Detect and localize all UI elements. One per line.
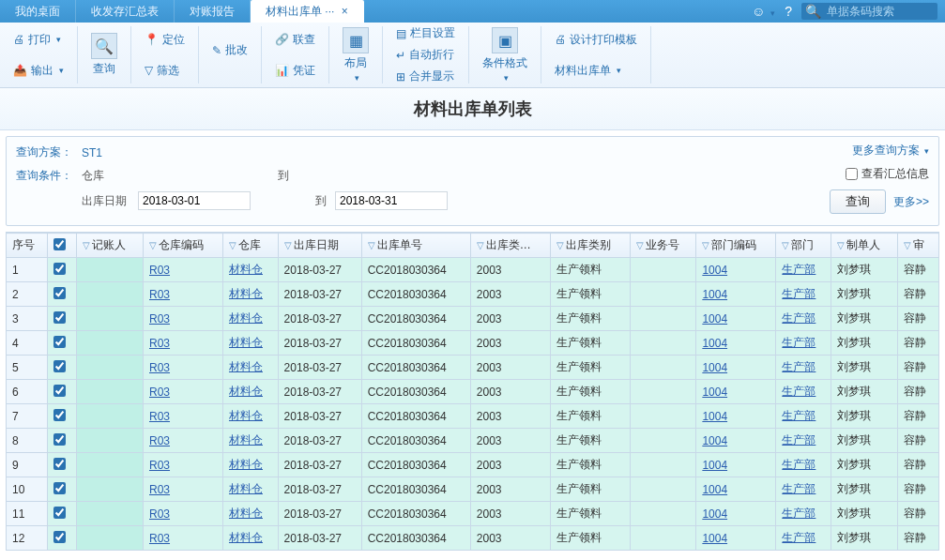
table-row[interactable]: 10R03材料仓2018-03-27CC20180303642003生产领料10…	[7, 477, 939, 502]
filter-icon[interactable]: ▽	[477, 240, 484, 250]
cell-warehouse[interactable]: 材料仓	[222, 526, 278, 551]
col-out-no[interactable]: ▽出库单号	[361, 234, 470, 258]
cell-dept-code[interactable]: 1004	[696, 453, 776, 477]
cell-warehouse[interactable]: 材料仓	[222, 258, 278, 282]
cell-check[interactable]	[48, 477, 77, 502]
tab-material-out[interactable]: 材料出库单 ··· ×	[251, 0, 364, 23]
cell-dept-code[interactable]: 1004	[696, 258, 776, 282]
cell-warehouse[interactable]: 材料仓	[222, 429, 278, 453]
col-last[interactable]: ▽审	[897, 234, 938, 258]
filter-button[interactable]: ▽ 筛选	[141, 61, 189, 81]
cell-check[interactable]	[48, 404, 77, 429]
cell-wh-code[interactable]: R03	[144, 502, 223, 526]
more-link[interactable]: 更多>>	[893, 194, 929, 210]
cell-dept-code[interactable]: 1004	[696, 429, 776, 453]
cell-dept-code[interactable]: 1004	[696, 404, 776, 429]
cell-dept[interactable]: 生产部	[776, 526, 831, 551]
cell-wh-code[interactable]: R03	[144, 258, 223, 282]
filter-icon[interactable]: ▽	[284, 240, 292, 250]
filter-icon[interactable]: ▽	[782, 240, 789, 250]
col-creator[interactable]: ▽制单人	[831, 234, 897, 258]
col-poster[interactable]: ▽记账人	[77, 234, 144, 258]
cell-dept-code[interactable]: 1004	[696, 356, 776, 380]
cell-check[interactable]	[48, 282, 77, 307]
table-row[interactable]: 9R03材料仓2018-03-27CC20180303642003生产领料100…	[7, 453, 939, 477]
tab-reconcile[interactable]: 对账报告	[175, 0, 251, 23]
cell-wh-code[interactable]: R03	[144, 356, 223, 380]
cell-warehouse[interactable]: 材料仓	[222, 404, 278, 429]
cell-warehouse[interactable]: 材料仓	[222, 356, 278, 380]
show-summary-checkbox[interactable]: 查看汇总信息	[846, 166, 929, 182]
col-out-kind[interactable]: ▽出库类别	[550, 234, 630, 258]
cell-dept[interactable]: 生产部	[776, 380, 831, 404]
table-row[interactable]: 4R03材料仓2018-03-27CC20180303642003生产领料100…	[7, 331, 939, 356]
col-out-date[interactable]: ▽出库日期	[278, 234, 361, 258]
close-icon[interactable]: ×	[342, 5, 348, 18]
cell-dept-code[interactable]: 1004	[696, 526, 776, 551]
filter-icon[interactable]: ▽	[149, 240, 157, 250]
cell-check[interactable]	[48, 453, 77, 477]
cell-warehouse[interactable]: 材料仓	[222, 477, 278, 502]
help-icon[interactable]: ?	[785, 4, 792, 19]
locate-button[interactable]: 📍 定位	[141, 30, 189, 50]
cond-format-button[interactable]: ▣ 条件格式▾	[475, 23, 535, 86]
filter-icon[interactable]: ▽	[837, 240, 845, 250]
cell-wh-code[interactable]: R03	[144, 526, 223, 551]
cell-wh-code[interactable]: R03	[144, 429, 223, 453]
cell-warehouse[interactable]: 材料仓	[222, 502, 278, 526]
filter-icon[interactable]: ▽	[556, 240, 564, 250]
col-biz-no[interactable]: ▽业务号	[630, 234, 696, 258]
col-check[interactable]	[48, 234, 77, 258]
date-to-input[interactable]	[335, 191, 448, 210]
table-row[interactable]: 5R03材料仓2018-03-27CC20180303642003生产领料100…	[7, 356, 939, 380]
cell-dept[interactable]: 生产部	[776, 477, 831, 502]
cell-check[interactable]	[48, 258, 77, 282]
date-from-input[interactable]	[138, 191, 251, 210]
cell-warehouse[interactable]: 材料仓	[222, 282, 278, 307]
print-button[interactable]: 🖨 打印▾	[9, 30, 68, 50]
cell-wh-code[interactable]: R03	[144, 282, 223, 307]
cell-dept[interactable]: 生产部	[776, 453, 831, 477]
cell-dept[interactable]: 生产部	[776, 356, 831, 380]
col-dept[interactable]: ▽部门	[776, 234, 831, 258]
query-plan-value[interactable]: ST1	[82, 146, 102, 159]
filter-icon[interactable]: ▽	[702, 240, 709, 250]
cell-wh-code[interactable]: R03	[144, 477, 223, 502]
table-row[interactable]: 3R03材料仓2018-03-27CC20180303642003生产领料100…	[7, 307, 939, 331]
cell-dept-code[interactable]: 1004	[696, 331, 776, 356]
barcode-search[interactable]: 🔍	[801, 3, 937, 20]
tab-desktop[interactable]: 我的桌面	[0, 0, 76, 23]
cell-dept-code[interactable]: 1004	[696, 477, 776, 502]
cell-warehouse[interactable]: 材料仓	[222, 380, 278, 404]
cell-dept[interactable]: 生产部	[776, 429, 831, 453]
smile-icon[interactable]: ☺ ▾	[752, 4, 775, 19]
search-input[interactable]	[821, 3, 934, 20]
cell-dept-code[interactable]: 1004	[696, 282, 776, 307]
table-row[interactable]: 7R03材料仓2018-03-27CC20180303642003生产领料100…	[7, 404, 939, 429]
cell-wh-code[interactable]: R03	[144, 331, 223, 356]
cell-dept-code[interactable]: 1004	[696, 502, 776, 526]
cell-dept[interactable]: 生产部	[776, 331, 831, 356]
filter-icon[interactable]: ▽	[229, 240, 236, 250]
table-row[interactable]: 12R03材料仓2018-03-27CC20180303642003生产领料10…	[7, 526, 939, 551]
cell-dept[interactable]: 生产部	[776, 258, 831, 282]
cell-dept[interactable]: 生产部	[776, 282, 831, 307]
table-row[interactable]: 1R03材料仓2018-03-27CC20180303642003生产领料100…	[7, 258, 939, 282]
output-button[interactable]: 📤 输出▾	[9, 61, 68, 81]
cell-warehouse[interactable]: 材料仓	[222, 331, 278, 356]
table-row[interactable]: 2R03材料仓2018-03-27CC20180303642003生产领料100…	[7, 282, 939, 307]
batch-button[interactable]: ✎ 批改	[208, 40, 251, 60]
table-row[interactable]: 6R03材料仓2018-03-27CC20180303642003生产领料100…	[7, 380, 939, 404]
filter-icon[interactable]: ▽	[636, 240, 644, 250]
cell-wh-code[interactable]: R03	[144, 380, 223, 404]
cell-check[interactable]	[48, 429, 77, 453]
filter-icon[interactable]: ▽	[368, 240, 375, 250]
voucher-button[interactable]: 📊 凭证	[271, 61, 319, 81]
col-seq[interactable]: 序号	[7, 234, 48, 258]
col-dept-code[interactable]: ▽部门编码	[696, 234, 776, 258]
cell-warehouse[interactable]: 材料仓	[222, 453, 278, 477]
cell-dept-code[interactable]: 1004	[696, 307, 776, 331]
cell-warehouse[interactable]: 材料仓	[222, 307, 278, 331]
cell-wh-code[interactable]: R03	[144, 404, 223, 429]
table-row[interactable]: 8R03材料仓2018-03-27CC20180303642003生产领料100…	[7, 429, 939, 453]
